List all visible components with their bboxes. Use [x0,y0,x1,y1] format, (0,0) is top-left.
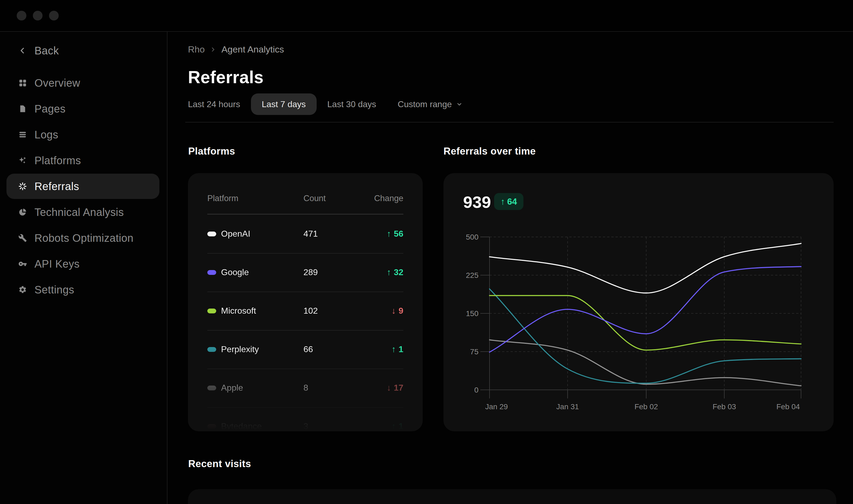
tab-label: Last 24 hours [188,100,240,109]
platform-color-pill [207,232,216,236]
arrow-up-icon: ↑ [387,267,391,277]
sidebar-item-settings[interactable]: Settings [6,277,159,302]
platform-color-pill [207,270,216,275]
referrals-icon [18,182,27,191]
platform-name: Perplexity [221,344,259,354]
table-row-perplexity[interactable]: Perplexity66↑1 [207,330,403,368]
platform-count: 289 [304,267,387,277]
window-maximize-button[interactable] [49,11,59,20]
platform-color-pill [207,385,216,390]
arrow-down-icon: ↓ [392,306,396,316]
tab-last-7-days[interactable]: Last 7 days [251,93,316,115]
arrow-up-icon: ↑ [387,229,391,239]
chevron-right-icon [210,47,216,53]
platform-name: Microsoft [221,306,256,316]
sidebar-item-label: Logs [34,129,58,141]
chevron-left-icon [18,46,27,55]
back-button[interactable]: Back [6,38,159,63]
svg-text:Jan 31: Jan 31 [556,402,579,411]
platform-change: 56 [394,229,403,239]
svg-text:225: 225 [466,271,478,280]
table-row-microsoft[interactable]: Microsoft102↓9 [207,292,403,330]
platform-count: 66 [304,344,392,354]
platform-name: Bytedance [221,421,262,431]
arrow-down-icon: ↓ [387,383,391,393]
sidebar-item-label: Settings [34,284,74,296]
platform-change: 1 [399,344,403,354]
pages-icon [18,105,27,113]
platform-count: 471 [304,229,387,239]
platform-change: 1 [399,421,403,431]
platform-name: Google [221,267,249,277]
main-content: Rho Agent Analytics Referrals Last 24 ho… [167,32,853,504]
chart-card: 939 ↑ 64 075150225500Jan 29Jan 31Feb 02F… [443,173,834,431]
time-range-tabs: Last 24 hoursLast 7 daysLast 30 daysCust… [177,93,473,115]
tab-label: Custom range [398,100,452,109]
platform-color-pill [207,424,216,429]
breadcrumb-root[interactable]: Rho [188,44,205,55]
sidebar-item-technical-analysis[interactable]: Technical Analysis [6,199,159,225]
platforms-icon [18,156,27,165]
table-row-google[interactable]: Google289↑32 [207,253,403,292]
page-title: Referrals [188,67,264,87]
platform-color-pill [207,347,216,352]
breadcrumb: Rho Agent Analytics [188,44,284,55]
recent-visits-heading: Recent visits [188,458,251,470]
tab-custom-range[interactable]: Custom range [387,93,473,115]
arrow-up-icon: ↑ [392,421,396,431]
svg-text:150: 150 [466,309,478,318]
svg-text:Feb 03: Feb 03 [712,402,736,411]
sidebar-item-label: Overview [34,77,80,89]
sidebar-item-platforms[interactable]: Platforms [6,148,159,173]
sidebar-item-label: Platforms [34,155,81,167]
sidebar-item-api-keys[interactable]: API Keys [6,251,159,276]
platform-name: Apple [221,383,243,393]
col-change: Change [374,194,403,203]
sidebar-item-label: Referrals [34,180,79,193]
sidebar-item-label: API Keys [34,258,80,270]
sidebar-item-referrals[interactable]: Referrals [6,174,159,199]
platform-change: 17 [394,383,403,393]
platform-count: 102 [304,306,392,316]
platform-change: 9 [399,306,403,316]
platform-count: 3 [304,421,392,431]
sidebar-item-label: Technical Analysis [34,206,124,218]
settings-icon [18,285,27,294]
sidebar: Back OverviewPagesLogsPlatformsReferrals… [0,32,167,504]
tab-last-30-days[interactable]: Last 30 days [316,93,387,115]
platforms-heading: Platforms [188,146,235,157]
svg-text:75: 75 [470,347,478,356]
referrals-line-chart: 075150225500Jan 29Jan 31Feb 02Feb 03Feb … [443,173,834,431]
window-titlebar [0,0,853,32]
logs-icon [18,130,27,139]
table-row-openai[interactable]: OpenAI471↑56 [207,215,403,253]
sidebar-item-overview[interactable]: Overview [6,70,159,95]
col-platform: Platform [207,194,304,203]
sidebar-item-pages[interactable]: Pages [6,96,159,122]
table-body: OpenAI471↑56Google289↑32Microsoft102↓9Pe… [188,215,423,431]
svg-text:500: 500 [466,233,478,241]
window-close-button[interactable] [17,11,26,20]
tab-last-24-hours[interactable]: Last 24 hours [177,93,251,115]
window-minimize-button[interactable] [33,11,42,20]
platform-change: 32 [394,267,403,277]
svg-text:Feb 02: Feb 02 [634,402,658,411]
platform-count: 8 [304,383,387,393]
back-label: Back [34,45,59,57]
platform-name: OpenAI [221,229,250,239]
recent-visits-card [188,489,836,504]
sidebar-item-robots-optimization[interactable]: Robots Optimization [6,226,159,251]
table-header: Platform Count Change [207,190,403,206]
overview-icon [18,78,27,87]
api-keys-icon [18,259,27,268]
table-row-apple[interactable]: Apple8↓17 [207,368,403,407]
table-row-bytedance[interactable]: Bytedance3↑1 [207,407,403,431]
section-divider [185,122,834,123]
sidebar-item-label: Pages [34,103,66,115]
tab-label: Last 30 days [327,100,376,109]
sidebar-item-logs[interactable]: Logs [6,122,159,147]
arrow-up-icon: ↑ [392,344,396,354]
chevron-down-icon [456,101,462,107]
col-count: Count [304,194,374,203]
breadcrumb-current: Agent Analytics [221,44,284,55]
